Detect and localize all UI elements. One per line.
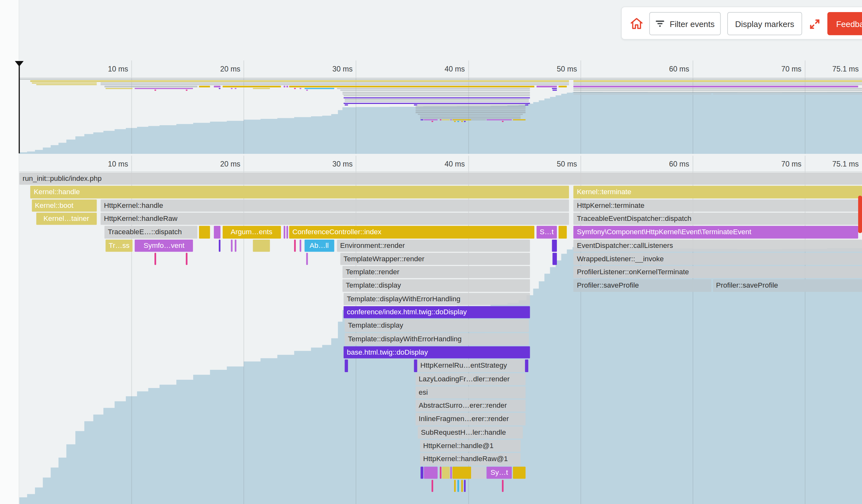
timeline-span[interactable]: Kernel::boot — [31, 199, 96, 212]
timeline-span[interactable] — [199, 226, 210, 238]
timeline-span[interactable] — [471, 466, 486, 479]
minimap-span — [105, 88, 132, 89]
timeline-span[interactable]: Template::display — [344, 319, 528, 332]
timeline-span[interactable]: Template::display — [342, 279, 530, 292]
selection-handle-line[interactable] — [19, 61, 20, 154]
timeline-span[interactable] — [424, 466, 438, 479]
timeline-span[interactable]: SubRequestH…ler::handle — [418, 426, 523, 439]
timeline-span[interactable] — [420, 466, 423, 479]
timeline-span-label: HttpKernel::handle — [101, 199, 569, 212]
timeline-span[interactable]: Kernel…tainer — [36, 213, 96, 225]
filter-events-button[interactable]: Filter events — [649, 12, 721, 35]
timeline-span[interactable]: Profiler::saveProfile — [713, 279, 862, 292]
minimap-span — [31, 82, 96, 83]
minimap-span — [574, 90, 862, 91]
timeline-span[interactable]: ConferenceController::index — [289, 226, 534, 238]
ruler-tick-label: 20 ms — [196, 158, 240, 171]
minimap-tick-label: 10 ms — [84, 63, 128, 76]
timeline-span[interactable] — [450, 466, 452, 479]
timeline-span[interactable] — [294, 239, 296, 252]
timeline-span[interactable] — [186, 253, 187, 265]
timeline-span[interactable]: Environment::render — [337, 239, 530, 252]
minimap-span — [464, 121, 466, 122]
timeline-span[interactable]: TraceableEventDispatcher::dispatch — [574, 213, 862, 225]
timeline-span-label: Template::displayWithErrorHandling — [343, 293, 530, 305]
home-icon[interactable] — [628, 16, 645, 31]
timeline-span[interactable]: LazyLoadingFr…dler::render — [415, 373, 525, 385]
timeline-span[interactable] — [552, 253, 557, 265]
timeline-span[interactable]: Template::displayWithErrorHandling — [343, 293, 530, 305]
timeline-span[interactable]: Template::render — [342, 266, 530, 278]
timeline-span[interactable] — [461, 480, 463, 492]
timeline-span[interactable]: Tr…ss — [105, 239, 132, 252]
timeline-span-label: TraceableE…::dispatch — [105, 226, 198, 238]
timeline-span[interactable]: InlineFragmen…erer::render — [415, 413, 525, 425]
timeline-span[interactable]: base.html.twig::doDisplay — [343, 346, 530, 358]
timeline-span[interactable]: Sy…t — [487, 466, 512, 479]
minimap-span — [343, 103, 530, 104]
timeline-span[interactable]: Symfo…vent — [135, 239, 193, 252]
timeline-span[interactable] — [454, 480, 456, 492]
timeline-span[interactable] — [432, 480, 433, 492]
timeline-span-label: HttpKernel::handle@1 — [420, 440, 521, 452]
timeline-span[interactable] — [513, 466, 525, 479]
feedback-button[interactable]: Feedback — [827, 12, 862, 35]
timeline-span[interactable]: HttpKernelRu…entStrategy — [417, 359, 525, 372]
minimap-span — [235, 88, 236, 89]
timeline-span[interactable]: HttpKernel::handleRaw — [101, 213, 569, 225]
minimap-span — [186, 90, 187, 91]
timeline-span[interactable]: Template::displayWithErrorHandling — [344, 333, 528, 345]
timeline-span[interactable]: AbstractSurro…erer::render — [415, 400, 525, 412]
timeline-span[interactable] — [286, 226, 288, 238]
timeline-span[interactable] — [452, 466, 471, 479]
timeline-span[interactable]: Ab…ll — [304, 239, 334, 252]
timeline-span[interactable]: TraceableE…::dispatch — [105, 226, 198, 238]
timeline-span[interactable]: HttpKernel::terminate — [574, 199, 862, 212]
minimap-span — [713, 93, 862, 95]
timeline-span[interactable] — [235, 239, 236, 252]
timeline-span[interactable]: HttpKernel::handle — [101, 199, 569, 212]
timeline-span[interactable]: HttpKernel::handleRaw@1 — [420, 453, 521, 466]
timeline-span[interactable] — [306, 253, 308, 265]
timeline-minimap[interactable]: 10 ms20 ms30 ms40 ms50 ms60 ms70 ms75.1 … — [19, 61, 862, 154]
timeline-span[interactable]: ProfilerListener::onKernelTerminate — [574, 266, 862, 278]
timeline-span[interactable]: Symfony\Component\HttpKernel\Event\Termi… — [574, 226, 858, 238]
minimap-span — [461, 121, 463, 122]
timeline-span[interactable] — [231, 239, 232, 252]
timeline-span[interactable]: TemplateWrapper::render — [340, 253, 530, 265]
timeline-span[interactable] — [559, 226, 567, 238]
timeline-span[interactable] — [464, 480, 466, 492]
timeline-span[interactable]: EventDispatcher::callListeners — [574, 239, 862, 252]
timeline-span[interactable]: Kernel::handle — [30, 186, 569, 198]
timeline-span[interactable]: HttpKernel::handle@1 — [420, 440, 521, 452]
timeline-span[interactable] — [414, 359, 417, 372]
timeline-span[interactable]: Argum…ents — [222, 226, 280, 238]
minimap-span — [424, 119, 438, 120]
minimap-tick-label: 75.1 ms — [815, 63, 859, 76]
scrollbar-thumb[interactable] — [858, 196, 862, 233]
timeline-span[interactable] — [219, 239, 221, 252]
timeline-span[interactable] — [552, 239, 557, 252]
timeline-span[interactable] — [300, 239, 301, 252]
timeline-span[interactable]: Kernel::terminate — [574, 186, 862, 198]
timeline-span[interactable]: esi — [415, 386, 525, 399]
minimap-span — [454, 121, 456, 122]
timeline-span[interactable] — [525, 359, 528, 372]
timeline-span[interactable] — [344, 359, 348, 372]
timeline-span[interactable] — [502, 480, 504, 492]
timeline-span[interactable]: WrappedListener::__invoke — [574, 253, 862, 265]
timeline-span[interactable] — [440, 466, 441, 479]
timeline-span[interactable] — [442, 466, 450, 479]
timeline-span[interactable] — [457, 480, 459, 492]
display-markers-button[interactable]: Display markers — [727, 12, 802, 35]
timeline-span-label: Template::display — [344, 319, 528, 332]
fullscreen-icon[interactable] — [808, 17, 822, 31]
timeline-span[interactable] — [155, 253, 156, 265]
timeline-span[interactable]: Profiler::saveProfile — [574, 279, 711, 292]
timeline-span[interactable] — [214, 226, 221, 238]
timeline-span[interactable] — [253, 239, 270, 252]
timeline-span[interactable]: S…t — [536, 226, 557, 238]
timeline-span[interactable]: conference/index.html.twig::doDisplay — [343, 306, 530, 318]
timeline-span[interactable] — [284, 226, 285, 238]
timeline-span[interactable]: run_init::public/index.php — [19, 173, 862, 185]
